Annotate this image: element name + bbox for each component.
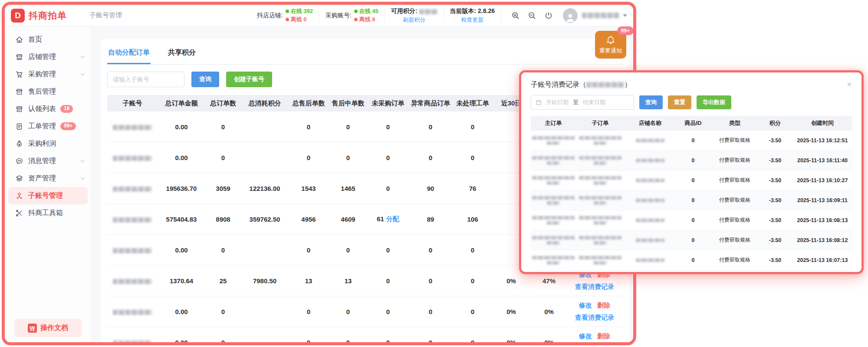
cell-points: -3.50	[759, 257, 791, 263]
cell-total-amount: 1370.64	[158, 277, 205, 285]
end-date-placeholder: 结束日期	[583, 98, 605, 106]
sidebar-item-1[interactable]: 店铺管理	[5, 48, 91, 65]
cell-product-id: 0	[676, 257, 710, 263]
close-icon[interactable]: ✕	[846, 81, 852, 88]
sidebar-item-8[interactable]: 资产管理	[5, 170, 91, 187]
edit-link[interactable]: 修改	[579, 301, 592, 309]
cell-unhandled: 106	[453, 216, 493, 223]
masked-order-number	[576, 156, 625, 165]
masked-text	[579, 156, 621, 160]
docs-button[interactable]: W 操作文档	[14, 319, 82, 337]
doc-w-icon: W	[28, 324, 37, 333]
cell-after-sale: 0	[289, 154, 329, 161]
cell-created-time: 2025-11-13 16:07:13	[791, 257, 854, 263]
cell-unhandled: 0	[453, 277, 493, 285]
cell-total-amount: 575404.83	[158, 216, 205, 223]
zoom-out-icon[interactable]	[528, 11, 536, 20]
records-row: 0付费获取规格-3.502025-11-13 16:12:51	[531, 131, 852, 151]
sidebar-item-2[interactable]: 采购管理	[5, 65, 91, 83]
cell-points: -3.50	[759, 197, 791, 203]
chat-icon	[15, 157, 23, 165]
masked-text	[579, 216, 621, 219]
masked-text	[636, 219, 664, 222]
cell-unpurchased: 0	[368, 185, 408, 192]
records-column-header: 商品ID	[676, 119, 710, 127]
cell-main-order	[531, 156, 576, 165]
sidebar-item-0[interactable]: 首页	[5, 31, 91, 48]
sidebar-item-label: 首页	[28, 35, 42, 44]
column-header: 售后中单数	[329, 99, 368, 108]
masked-text	[532, 236, 575, 239]
view-records-link[interactable]: 查看消费记录	[575, 314, 614, 321]
query-button[interactable]: 查询	[191, 72, 219, 87]
points-label: 可用积分:	[391, 7, 418, 14]
column-header: 异常商品订单	[408, 99, 453, 108]
date-range-picker[interactable]: 开始日期 至 结束日期	[531, 95, 634, 110]
view-records-link[interactable]: 查看消费记录	[575, 283, 614, 290]
create-subaccount-button[interactable]: 创建子账号	[226, 72, 272, 87]
sidebar-item-3[interactable]: 售后管理	[5, 83, 91, 100]
records-table: 主订单子订单店铺名称商品ID类型积分创建时间 0付费获取规格-3.502025-…	[531, 116, 852, 270]
masked-text	[113, 310, 152, 315]
sidebar-item-5[interactable]: 工单管理99+	[5, 118, 91, 135]
cell-shop-name	[625, 217, 676, 223]
cell-total-orders: 0	[205, 246, 241, 254]
sidebar-item-label: 店铺管理	[28, 52, 56, 62]
cell-product-id: 0	[676, 177, 710, 183]
sidebar-item-7[interactable]: 消息管理	[5, 152, 91, 170]
cell-in-after-sale: 1465	[329, 185, 368, 192]
records-body: 0付费获取规格-3.502025-11-13 16:12:510付费获取规格-3…	[531, 131, 852, 270]
zoom-in-icon[interactable]	[511, 11, 520, 20]
cell-product-id: 0	[676, 217, 710, 223]
cell-percent-2: 47%	[530, 277, 568, 285]
power-icon[interactable]	[544, 11, 553, 20]
allocate-link[interactable]: 分配	[386, 215, 399, 223]
cell-main-order	[531, 176, 576, 185]
cell-in-after-sale: 0	[329, 154, 368, 161]
cell-points: -3.50	[759, 177, 791, 183]
cell-abnormal: 89	[408, 216, 453, 223]
sidebar-item-10[interactable]: 抖商工具箱	[5, 204, 91, 222]
sidebar-item-9[interactable]: 子账号管理	[8, 187, 88, 204]
cell-in-after-sale: 13	[329, 277, 368, 285]
modal-reset-button[interactable]: 重置	[668, 95, 691, 109]
cell-percent-1: 0%	[493, 277, 530, 285]
sidebar-item-4[interactable]: 认领列表18	[5, 100, 91, 118]
cell-percent-2: 0%	[530, 308, 568, 315]
cell-unpurchased: 0	[368, 339, 408, 343]
subaccount-search-input[interactable]	[107, 72, 184, 87]
cell-total-orders: 0	[205, 123, 241, 131]
masked-text	[636, 159, 664, 162]
sidebar-item-label: 工单管理	[28, 122, 56, 131]
cell-after-sale: 0	[289, 246, 329, 254]
cell-subaccount	[107, 185, 158, 192]
cell-abnormal: 0	[408, 308, 453, 315]
offline-dot-icon	[354, 18, 358, 21]
delete-link[interactable]: 删除	[597, 332, 610, 340]
masked-text	[113, 187, 152, 192]
store-icon	[15, 53, 23, 61]
edit-link[interactable]: 修改	[579, 332, 592, 340]
export-data-button[interactable]: 导出数据	[697, 95, 731, 109]
tab-1[interactable]: 共享积分	[167, 42, 197, 64]
masked-text	[547, 161, 560, 165]
cell-in-after-sale: 0	[329, 308, 368, 315]
chevron-down-icon[interactable]	[623, 14, 627, 17]
store3-icon	[15, 105, 23, 113]
masked-text	[113, 279, 152, 284]
column-header: 总订单数	[205, 99, 241, 108]
column-header: 子账号	[107, 99, 158, 108]
delete-link[interactable]: 删除	[597, 301, 610, 309]
cell-created-time: 2025-11-13 16:08:13	[791, 217, 854, 223]
tab-0[interactable]: 自动分配订单	[107, 42, 151, 64]
modal-query-button[interactable]: 查询	[639, 95, 663, 109]
refresh-points-link[interactable]: 刷新积分	[391, 16, 437, 24]
avatar[interactable]	[563, 8, 578, 23]
check-update-link[interactable]: 检查更新	[450, 16, 495, 24]
important-notice-button[interactable]: 99+ 重要通知	[595, 31, 626, 59]
masked-text	[547, 241, 560, 245]
records-row: 0付费获取规格-3.502025-11-13 16:07:13	[531, 250, 852, 270]
masked-text	[579, 256, 621, 259]
sidebar-item-6[interactable]: 采购利润	[5, 135, 91, 152]
tools-icon	[15, 209, 23, 217]
